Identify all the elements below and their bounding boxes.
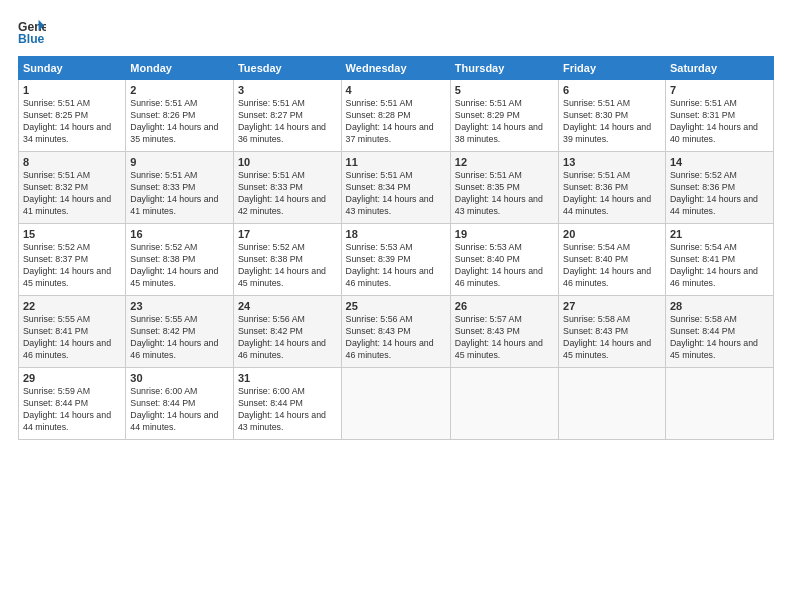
calendar-cell: 9Sunrise: 5:51 AMSunset: 8:33 PMDaylight… (126, 152, 234, 224)
calendar-cell: 18Sunrise: 5:53 AMSunset: 8:39 PMDayligh… (341, 224, 450, 296)
cell-sunset: Sunset: 8:38 PM (238, 254, 303, 264)
cell-sunrise: Sunrise: 5:52 AM (238, 242, 305, 252)
calendar-cell: 10Sunrise: 5:51 AMSunset: 8:33 PMDayligh… (233, 152, 341, 224)
calendar-cell: 3Sunrise: 5:51 AMSunset: 8:27 PMDaylight… (233, 80, 341, 152)
cell-daylight: Daylight: 14 hours and 45 minutes. (455, 338, 543, 360)
cell-daylight: Daylight: 14 hours and 37 minutes. (346, 122, 434, 144)
cell-sunset: Sunset: 8:33 PM (238, 182, 303, 192)
day-number: 5 (455, 84, 554, 96)
calendar-cell: 6Sunrise: 5:51 AMSunset: 8:30 PMDaylight… (559, 80, 666, 152)
cell-sunset: Sunset: 8:39 PM (346, 254, 411, 264)
cell-sunset: Sunset: 8:42 PM (130, 326, 195, 336)
cell-sunset: Sunset: 8:44 PM (670, 326, 735, 336)
day-number: 9 (130, 156, 229, 168)
page: General Blue SundayMondayTuesdayWednesda… (0, 0, 792, 612)
cell-sunset: Sunset: 8:40 PM (563, 254, 628, 264)
cell-daylight: Daylight: 14 hours and 42 minutes. (238, 194, 326, 216)
calendar-cell: 13Sunrise: 5:51 AMSunset: 8:36 PMDayligh… (559, 152, 666, 224)
calendar-cell: 28Sunrise: 5:58 AMSunset: 8:44 PMDayligh… (665, 296, 773, 368)
day-number: 30 (130, 372, 229, 384)
day-number: 24 (238, 300, 337, 312)
cell-sunset: Sunset: 8:42 PM (238, 326, 303, 336)
cell-sunset: Sunset: 8:26 PM (130, 110, 195, 120)
cell-daylight: Daylight: 14 hours and 44 minutes. (23, 410, 111, 432)
calendar-cell: 4Sunrise: 5:51 AMSunset: 8:28 PMDaylight… (341, 80, 450, 152)
cell-daylight: Daylight: 14 hours and 45 minutes. (130, 266, 218, 288)
cell-sunset: Sunset: 8:33 PM (130, 182, 195, 192)
header-tuesday: Tuesday (233, 57, 341, 80)
calendar-table: SundayMondayTuesdayWednesdayThursdayFrid… (18, 56, 774, 440)
calendar-cell: 31Sunrise: 6:00 AMSunset: 8:44 PMDayligh… (233, 368, 341, 440)
cell-sunrise: Sunrise: 5:51 AM (455, 170, 522, 180)
cell-sunset: Sunset: 8:32 PM (23, 182, 88, 192)
cell-sunrise: Sunrise: 5:52 AM (23, 242, 90, 252)
cell-sunset: Sunset: 8:44 PM (23, 398, 88, 408)
cell-daylight: Daylight: 14 hours and 43 minutes. (346, 194, 434, 216)
cell-sunset: Sunset: 8:43 PM (455, 326, 520, 336)
cell-daylight: Daylight: 14 hours and 39 minutes. (563, 122, 651, 144)
cell-sunset: Sunset: 8:43 PM (346, 326, 411, 336)
day-number: 11 (346, 156, 446, 168)
week-row-3: 15Sunrise: 5:52 AMSunset: 8:37 PMDayligh… (19, 224, 774, 296)
calendar-cell: 29Sunrise: 5:59 AMSunset: 8:44 PMDayligh… (19, 368, 126, 440)
cell-sunrise: Sunrise: 5:51 AM (455, 98, 522, 108)
week-row-2: 8Sunrise: 5:51 AMSunset: 8:32 PMDaylight… (19, 152, 774, 224)
header-thursday: Thursday (450, 57, 558, 80)
cell-sunrise: Sunrise: 5:55 AM (23, 314, 90, 324)
calendar-cell: 1Sunrise: 5:51 AMSunset: 8:25 PMDaylight… (19, 80, 126, 152)
cell-daylight: Daylight: 14 hours and 44 minutes. (563, 194, 651, 216)
cell-sunset: Sunset: 8:35 PM (455, 182, 520, 192)
day-number: 15 (23, 228, 121, 240)
day-number: 18 (346, 228, 446, 240)
cell-sunset: Sunset: 8:38 PM (130, 254, 195, 264)
logo: General Blue (18, 18, 48, 46)
cell-sunrise: Sunrise: 5:54 AM (563, 242, 630, 252)
calendar-cell: 8Sunrise: 5:51 AMSunset: 8:32 PMDaylight… (19, 152, 126, 224)
cell-daylight: Daylight: 14 hours and 46 minutes. (23, 338, 111, 360)
calendar-cell: 15Sunrise: 5:52 AMSunset: 8:37 PMDayligh… (19, 224, 126, 296)
cell-daylight: Daylight: 14 hours and 34 minutes. (23, 122, 111, 144)
calendar-cell (450, 368, 558, 440)
calendar-cell: 27Sunrise: 5:58 AMSunset: 8:43 PMDayligh… (559, 296, 666, 368)
week-row-4: 22Sunrise: 5:55 AMSunset: 8:41 PMDayligh… (19, 296, 774, 368)
cell-sunset: Sunset: 8:25 PM (23, 110, 88, 120)
cell-sunrise: Sunrise: 5:51 AM (563, 98, 630, 108)
cell-sunrise: Sunrise: 5:54 AM (670, 242, 737, 252)
calendar-cell (559, 368, 666, 440)
day-number: 10 (238, 156, 337, 168)
cell-daylight: Daylight: 14 hours and 38 minutes. (455, 122, 543, 144)
logo-icon: General Blue (18, 18, 46, 46)
day-number: 22 (23, 300, 121, 312)
cell-daylight: Daylight: 14 hours and 44 minutes. (130, 410, 218, 432)
cell-daylight: Daylight: 14 hours and 43 minutes. (238, 410, 326, 432)
cell-sunrise: Sunrise: 5:51 AM (346, 170, 413, 180)
cell-sunrise: Sunrise: 5:51 AM (130, 170, 197, 180)
cell-sunrise: Sunrise: 5:51 AM (23, 98, 90, 108)
cell-daylight: Daylight: 14 hours and 43 minutes. (455, 194, 543, 216)
cell-daylight: Daylight: 14 hours and 46 minutes. (563, 266, 651, 288)
cell-daylight: Daylight: 14 hours and 46 minutes. (455, 266, 543, 288)
day-number: 13 (563, 156, 661, 168)
cell-sunset: Sunset: 8:37 PM (23, 254, 88, 264)
cell-daylight: Daylight: 14 hours and 40 minutes. (670, 122, 758, 144)
cell-sunset: Sunset: 8:30 PM (563, 110, 628, 120)
cell-sunrise: Sunrise: 5:51 AM (238, 170, 305, 180)
calendar-cell: 23Sunrise: 5:55 AMSunset: 8:42 PMDayligh… (126, 296, 234, 368)
cell-daylight: Daylight: 14 hours and 46 minutes. (670, 266, 758, 288)
cell-daylight: Daylight: 14 hours and 46 minutes. (238, 338, 326, 360)
cell-daylight: Daylight: 14 hours and 45 minutes. (23, 266, 111, 288)
calendar-cell: 12Sunrise: 5:51 AMSunset: 8:35 PMDayligh… (450, 152, 558, 224)
calendar-cell: 30Sunrise: 6:00 AMSunset: 8:44 PMDayligh… (126, 368, 234, 440)
day-number: 21 (670, 228, 769, 240)
calendar-cell: 14Sunrise: 5:52 AMSunset: 8:36 PMDayligh… (665, 152, 773, 224)
cell-sunrise: Sunrise: 5:55 AM (130, 314, 197, 324)
cell-sunrise: Sunrise: 5:51 AM (670, 98, 737, 108)
calendar-cell: 11Sunrise: 5:51 AMSunset: 8:34 PMDayligh… (341, 152, 450, 224)
cell-sunset: Sunset: 8:41 PM (670, 254, 735, 264)
day-number: 7 (670, 84, 769, 96)
day-number: 3 (238, 84, 337, 96)
week-row-5: 29Sunrise: 5:59 AMSunset: 8:44 PMDayligh… (19, 368, 774, 440)
cell-sunrise: Sunrise: 5:56 AM (238, 314, 305, 324)
cell-sunrise: Sunrise: 5:52 AM (130, 242, 197, 252)
day-number: 19 (455, 228, 554, 240)
